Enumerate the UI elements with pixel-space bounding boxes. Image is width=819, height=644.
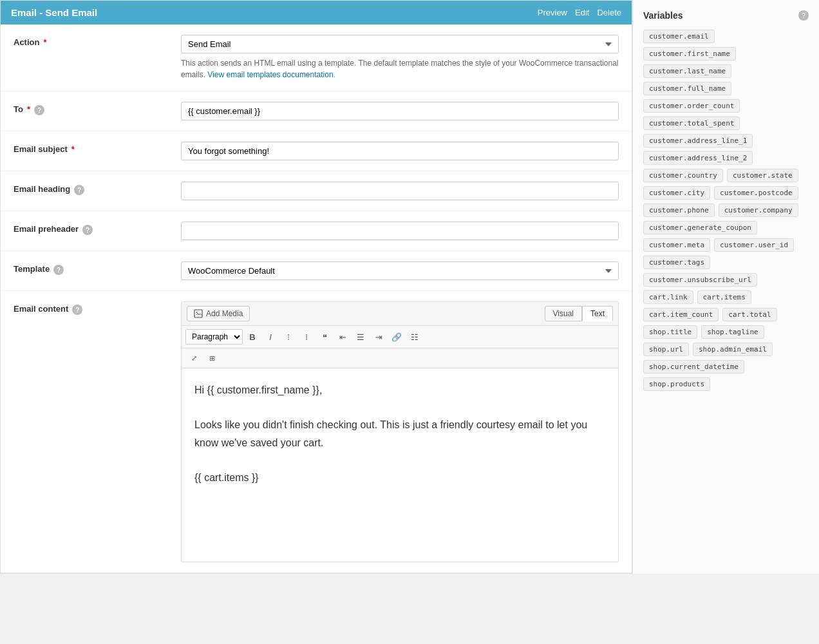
variable-tag[interactable]: customer.tags <box>643 256 710 269</box>
variable-tag[interactable]: customer.meta <box>643 238 710 252</box>
editor-wrap: Add Media Visual Text Paragraph <box>181 301 619 562</box>
variable-tag[interactable]: cart.item_count <box>643 308 719 321</box>
email-heading-label: Email heading ? <box>1 182 181 195</box>
fullscreen-button[interactable]: ⤢ <box>185 350 202 366</box>
variable-tag[interactable]: shop.products <box>643 377 710 391</box>
email-heading-help-icon[interactable]: ? <box>74 185 84 195</box>
variable-tag[interactable]: cart.total <box>722 308 777 321</box>
svg-point-1 <box>196 312 198 313</box>
variable-tag[interactable]: customer.address_line_1 <box>643 134 753 147</box>
variable-tag[interactable]: customer.city <box>643 186 710 200</box>
variable-tag[interactable]: cart.items <box>697 290 751 304</box>
sidebar-header: Variables ? <box>643 10 809 21</box>
variable-tag[interactable]: customer.unsubscribe_url <box>643 273 757 287</box>
variable-tag[interactable]: customer.postcode <box>714 186 798 200</box>
action-label: Action * <box>1 35 181 47</box>
variable-tag[interactable]: customer.generate_coupon <box>643 221 757 234</box>
paragraph-select[interactable]: Paragraph <box>185 329 243 345</box>
variable-tag[interactable]: customer.country <box>643 169 723 182</box>
grid-button[interactable]: ⊞ <box>203 350 220 366</box>
editor-topbar: Add Media Visual Text <box>182 302 618 326</box>
align-center-button[interactable]: ☰ <box>352 329 369 345</box>
variable-tag[interactable]: shop.url <box>643 343 689 356</box>
email-content-field: Add Media Visual Text Paragraph <box>181 301 632 562</box>
form-body: Action * Send Email This action sends an… <box>1 24 632 573</box>
template-label: Template ? <box>1 261 181 275</box>
bold-button[interactable]: B <box>244 329 261 345</box>
header-actions: Preview Edit Delete <box>538 8 621 17</box>
email-heading-row: Email heading ? <box>1 171 632 211</box>
template-field: WooCommerce Default <box>181 261 632 280</box>
delete-button[interactable]: Delete <box>597 8 621 17</box>
to-required: * <box>27 104 30 114</box>
email-templates-link[interactable]: View email templates documentation <box>207 70 333 79</box>
variable-tag[interactable]: customer.email <box>643 30 715 43</box>
email-preheader-row: Email preheader ? <box>1 211 632 251</box>
right-sidebar: Variables ? customer.emailcustomer.first… <box>632 0 819 574</box>
variable-tag[interactable]: customer.phone <box>643 204 715 217</box>
table-button[interactable]: ☷ <box>406 329 423 345</box>
variable-tag[interactable]: customer.first_name <box>643 47 736 61</box>
variable-tag[interactable]: customer.order_count <box>643 99 740 113</box>
variable-tag[interactable]: shop.admin_email <box>693 343 773 356</box>
email-preheader-input[interactable] <box>181 222 619 240</box>
email-subject-row: Email subject * <box>1 131 632 171</box>
to-input[interactable] <box>181 102 619 120</box>
view-tabs: Visual Text <box>545 306 613 321</box>
variable-tag[interactable]: customer.address_line_2 <box>643 151 753 165</box>
text-tab[interactable]: Text <box>582 306 613 321</box>
editor-toolbar-row2: ⤢ ⊞ <box>182 348 618 368</box>
action-row: Action * Send Email This action sends an… <box>1 24 632 91</box>
to-field <box>181 102 632 120</box>
email-heading-field <box>181 182 632 200</box>
panel-title: Email - Send Email <box>11 7 97 18</box>
to-row: To * ? <box>1 91 632 131</box>
variable-tag[interactable]: cart.link <box>643 290 693 304</box>
to-help-icon[interactable]: ? <box>34 105 44 115</box>
preview-button[interactable]: Preview <box>538 8 567 17</box>
italic-button[interactable]: I <box>262 329 279 345</box>
unordered-list-button[interactable]: ⁝ <box>280 329 297 345</box>
email-preheader-help-icon[interactable]: ? <box>82 225 93 235</box>
edit-button[interactable]: Edit <box>575 8 589 17</box>
variable-tag[interactable]: shop.tagline <box>701 325 764 339</box>
variable-tag[interactable]: customer.full_name <box>643 82 731 95</box>
variable-tag[interactable]: customer.total_spent <box>643 117 740 130</box>
email-subject-label: Email subject * <box>1 142 181 154</box>
email-content-row: Email content ? <box>1 291 632 573</box>
variable-tag[interactable]: customer.company <box>719 204 798 217</box>
link-button[interactable]: 🔗 <box>388 329 405 345</box>
variable-tag[interactable]: customer.state <box>727 169 798 182</box>
sidebar-title: Variables <box>643 10 683 21</box>
email-subject-field <box>181 142 632 160</box>
email-content-help-icon[interactable]: ? <box>72 305 82 315</box>
template-row: Template ? WooCommerce Default <box>1 251 632 291</box>
template-select[interactable]: WooCommerce Default <box>181 261 619 280</box>
action-description: This action sends an HTML email using a … <box>181 57 619 80</box>
email-preheader-field <box>181 222 632 240</box>
editor-toolbar-row1: Paragraph B I ⁝ ⁞ ❝ ⇤ ☰ ⇥ 🔗 ☷ <box>182 326 618 348</box>
action-field: Send Email This action sends an HTML ema… <box>181 35 632 80</box>
align-right-button[interactable]: ⇥ <box>370 329 387 345</box>
email-heading-input[interactable] <box>181 182 619 200</box>
action-select[interactable]: Send Email <box>181 35 619 53</box>
action-required: * <box>43 37 46 47</box>
email-subject-required: * <box>71 144 75 154</box>
template-help-icon[interactable]: ? <box>53 265 64 275</box>
align-left-button[interactable]: ⇤ <box>334 329 351 345</box>
variable-tag[interactable]: shop.title <box>643 325 697 339</box>
ordered-list-button[interactable]: ⁞ <box>298 329 315 345</box>
add-media-icon <box>194 309 203 318</box>
to-label: To * ? <box>1 102 181 115</box>
variable-tag[interactable]: customer.user_id <box>714 238 794 252</box>
visual-tab[interactable]: Visual <box>545 306 582 321</box>
editor-content[interactable]: Hi {{ customer.first_name }}, Looks like… <box>182 368 618 562</box>
variable-tag[interactable]: shop.current_datetime <box>643 360 744 374</box>
sidebar-info-icon[interactable]: ? <box>798 10 809 21</box>
variables-grid: customer.emailcustomer.first_namecustome… <box>643 30 809 391</box>
variable-tag[interactable]: customer.last_name <box>643 64 731 78</box>
blockquote-button[interactable]: ❝ <box>316 329 333 345</box>
email-subject-input[interactable] <box>181 142 619 160</box>
panel-header: Email - Send Email Preview Edit Delete <box>1 1 632 24</box>
add-media-button[interactable]: Add Media <box>187 306 250 321</box>
